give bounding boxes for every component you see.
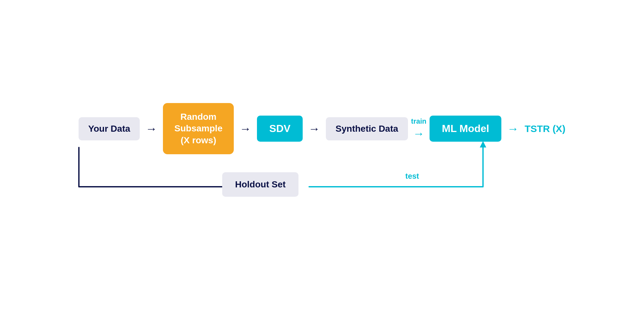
diagram-container: test Your Data → RandomSubsample(X rows)…: [48, 64, 596, 258]
synthetic-data-node: Synthetic Data: [326, 117, 408, 140]
arrow-3: →: [303, 122, 326, 136]
holdout-set-label: Holdout Set: [235, 179, 286, 190]
svg-text:test: test: [405, 172, 419, 180]
sdv-label: SDV: [269, 123, 290, 135]
arrow-2: →: [234, 122, 257, 136]
tstr-node: TSTR (X): [525, 123, 565, 134]
holdout-set-node: Holdout Set: [222, 172, 298, 197]
train-arrow-group: train →: [408, 117, 430, 140]
ml-model-label: ML Model: [442, 123, 489, 135]
random-subsample-node: RandomSubsample(X rows): [163, 103, 234, 154]
train-arrow: →: [413, 127, 424, 140]
arrow-1: →: [140, 122, 163, 136]
your-data-label: Your Data: [88, 124, 130, 134]
train-label: train: [411, 117, 427, 126]
ml-model-node: ML Model: [430, 116, 501, 142]
arrow-4: →: [501, 122, 525, 136]
sdv-node: SDV: [257, 116, 303, 142]
your-data-node: Your Data: [79, 117, 140, 140]
top-row: Your Data → RandomSubsample(X rows) → SD…: [48, 103, 596, 154]
random-subsample-label: RandomSubsample(X rows): [175, 111, 223, 146]
tstr-label: TSTR (X): [525, 123, 565, 134]
synthetic-data-label: Synthetic Data: [336, 124, 398, 134]
bottom-row: Holdout Set: [222, 172, 298, 197]
